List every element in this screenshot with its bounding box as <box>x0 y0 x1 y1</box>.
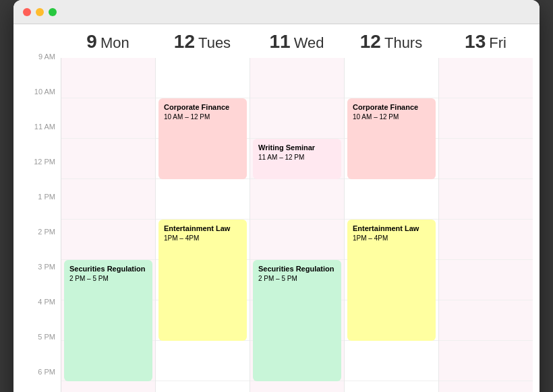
calendar-event[interactable]: Corporate Finance 10 AM – 12 PM <box>347 98 436 179</box>
calendar-event[interactable]: Securities Regulation 2 PM – 5 PM <box>253 260 341 381</box>
hour-line <box>250 220 344 260</box>
event-time: 1PM – 4PM <box>353 234 430 242</box>
hour-line <box>156 341 250 381</box>
days-grid: Securities Regulation 2 PM – 5 PM Corpor… <box>61 58 533 392</box>
hour-line <box>61 98 155 139</box>
app-window: 9 Mon12 Tues11 Wed12 Thurs13 Fri 9 AM10 … <box>13 0 540 392</box>
time-label: 4 PM <box>20 298 61 338</box>
hour-line <box>439 179 533 220</box>
hour-line <box>439 58 533 98</box>
hour-line <box>439 341 533 381</box>
event-title: Writing Seminar <box>258 143 336 152</box>
event-title: Corporate Finance <box>353 102 430 112</box>
time-label: 1 PM <box>20 193 61 233</box>
hour-line <box>439 260 533 300</box>
hour-line <box>439 98 533 139</box>
hour-line <box>61 179 155 220</box>
hour-line <box>439 139 533 179</box>
hour-line <box>345 341 438 381</box>
maximize-button[interactable] <box>49 8 57 16</box>
hour-line <box>250 58 344 98</box>
traffic-lights <box>23 8 57 16</box>
day-header-thurs: 12 Thurs <box>344 31 438 53</box>
calendar: 9 Mon12 Tues11 Wed12 Thurs13 Fri 9 AM10 … <box>13 24 540 392</box>
calendar-event[interactable]: Entertainment Law 1PM – 4PM <box>347 220 436 341</box>
event-time: 10 AM – 12 PM <box>353 113 430 121</box>
event-time: 10 AM – 12 PM <box>164 113 241 121</box>
hour-line <box>61 381 155 392</box>
event-title: Entertainment Law <box>353 224 430 233</box>
time-column: 9 AM10 AM11 AM12 PM1 PM2 PM3 PM4 PM5 PM6… <box>20 58 61 392</box>
hour-line <box>345 58 438 98</box>
time-label: 5 PM <box>20 333 61 373</box>
time-label: 9 AM <box>20 53 61 93</box>
hour-line <box>345 381 438 392</box>
calendar-event[interactable]: Corporate Finance 10 AM – 12 PM <box>158 98 247 179</box>
hour-line <box>250 381 344 392</box>
day-headers: 9 Mon12 Tues11 Wed12 Thurs13 Fri <box>20 24 533 58</box>
hour-line <box>61 139 155 179</box>
day-header-wed: 11 Wed <box>250 31 344 53</box>
time-label: 12 PM <box>20 158 61 198</box>
day-col-tues: Corporate Finance 10 AM – 12 PM Entertai… <box>156 58 250 392</box>
time-label: 6 PM <box>20 368 61 392</box>
event-title: Securities Regulation <box>69 264 147 273</box>
calendar-event[interactable]: Writing Seminar 11 AM – 12 PM <box>253 139 341 179</box>
day-header-mon: 9 Mon <box>61 31 155 53</box>
calendar-event[interactable]: Securities Regulation 2 PM – 5 PM <box>64 260 152 381</box>
hour-line <box>61 58 155 98</box>
hour-line <box>61 220 155 260</box>
day-header-tues: 12 Tues <box>155 31 250 53</box>
event-time: 1PM – 4PM <box>164 234 241 242</box>
hour-line <box>156 58 250 98</box>
minimize-button[interactable] <box>36 8 44 16</box>
day-col-mon: Securities Regulation 2 PM – 5 PM <box>61 58 156 392</box>
hour-line <box>250 98 344 139</box>
calendar-event[interactable]: Entertainment Law 1PM – 4PM <box>158 220 247 341</box>
event-time: 11 AM – 12 PM <box>258 154 336 161</box>
hour-line <box>156 381 250 392</box>
close-button[interactable] <box>23 8 31 16</box>
event-time: 2 PM – 5 PM <box>258 275 336 282</box>
event-title: Securities Regulation <box>258 264 336 273</box>
day-col-fri <box>439 58 533 392</box>
hour-line <box>439 300 533 341</box>
event-title: Entertainment Law <box>164 224 241 233</box>
day-header-fri: 13 Fri <box>438 31 533 53</box>
time-label: 11 AM <box>20 123 61 163</box>
day-col-wed: Writing Seminar 11 AM – 12 PM Securities… <box>250 58 345 392</box>
time-label: 3 PM <box>20 263 61 303</box>
time-label: 2 PM <box>20 228 61 268</box>
hour-line <box>250 179 344 220</box>
event-title: Corporate Finance <box>164 102 241 112</box>
hour-line <box>439 220 533 260</box>
time-label: 10 AM <box>20 88 61 128</box>
hour-line <box>439 381 533 392</box>
calendar-body: 9 AM10 AM11 AM12 PM1 PM2 PM3 PM4 PM5 PM6… <box>20 58 533 392</box>
event-time: 2 PM – 5 PM <box>69 275 147 282</box>
titlebar <box>13 0 540 24</box>
hour-line <box>156 179 250 220</box>
day-col-thurs: Corporate Finance 10 AM – 12 PM Entertai… <box>345 58 439 392</box>
hour-line <box>345 179 438 220</box>
